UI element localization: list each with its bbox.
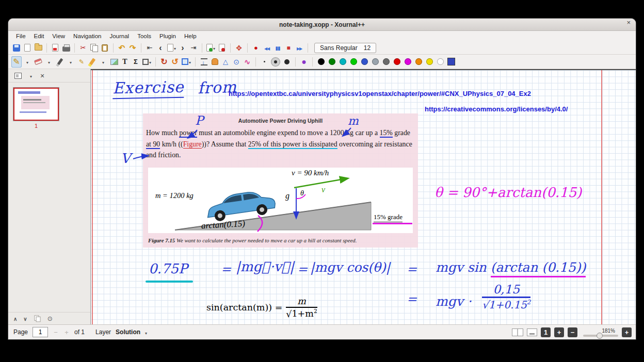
window-close-button[interactable] <box>626 19 631 26</box>
pen-tool-button[interactable] <box>11 56 22 68</box>
statusbar-plus-button[interactable] <box>622 327 632 337</box>
page-decrement-button[interactable] <box>53 329 59 336</box>
menu-navigation[interactable]: Navigation <box>70 32 105 40</box>
hyperlink-opentextbc[interactable]: https://opentextbc.ca/universityphysicsv… <box>229 90 531 97</box>
marker-tool-button[interactable] <box>55 56 65 68</box>
duplicate-page-icon[interactable] <box>34 316 40 322</box>
menu-view[interactable]: View <box>49 32 69 40</box>
select-region-button[interactable] <box>181 56 192 68</box>
color-swatch-red[interactable] <box>392 56 402 68</box>
record-button[interactable] <box>251 42 261 54</box>
previous-page-button[interactable] <box>155 42 166 54</box>
spline-button[interactable] <box>242 56 252 68</box>
print-button[interactable] <box>61 42 71 54</box>
vertical-space-button[interactable] <box>199 56 209 68</box>
menu-file[interactable]: File <box>12 32 29 40</box>
presentation-mode-button[interactable] <box>527 328 537 336</box>
titlebar[interactable]: note-taking.xopp - Xournal++ <box>8 19 636 31</box>
zoom-out-button[interactable] <box>568 327 577 337</box>
fullscreen-button[interactable] <box>234 42 244 54</box>
sigma-icon <box>134 58 138 65</box>
hyperlink-creativecommons[interactable]: https://creativecommons.org/licenses/by/… <box>425 105 568 113</box>
open-button[interactable] <box>33 42 43 54</box>
next-page-button[interactable] <box>178 42 188 54</box>
shape-recognizer-button[interactable] <box>159 56 169 68</box>
window-title: note-taking.xopp - Xournal++ <box>279 21 365 28</box>
fill-button[interactable] <box>299 56 309 68</box>
teal-underline <box>146 281 193 283</box>
color-swatch-magenta[interactable] <box>403 56 413 68</box>
current-color-indicator[interactable] <box>446 56 456 68</box>
color-swatch-teal[interactable] <box>337 56 348 68</box>
sidebar-close-icon[interactable] <box>40 72 44 79</box>
zoom-slider[interactable] <box>583 335 618 337</box>
pen-fine-button[interactable] <box>76 56 87 68</box>
forward-button[interactable] <box>294 42 304 54</box>
sidebar-dropdown-chevron-icon[interactable] <box>30 72 32 79</box>
size-fine-button[interactable] <box>259 56 269 68</box>
menu-plugin[interactable]: Plugin <box>156 32 180 40</box>
first-page-button[interactable] <box>144 42 155 54</box>
menu-help[interactable]: Help <box>181 32 200 40</box>
pen-options-dropdown[interactable] <box>22 56 33 68</box>
page-number-input[interactable] <box>33 327 48 337</box>
zoom-in-button[interactable] <box>554 327 564 337</box>
eraser-tool-button[interactable] <box>33 56 43 68</box>
next-thumbnail-button[interactable] <box>23 315 27 322</box>
redo-button[interactable] <box>127 42 138 54</box>
size-thick-button[interactable] <box>282 56 292 68</box>
copy-button[interactable] <box>89 42 99 54</box>
math-tex-button[interactable] <box>131 56 141 68</box>
export-pdf-button[interactable] <box>50 42 60 54</box>
cut-button[interactable] <box>78 42 88 54</box>
color-swatch-dark-gray[interactable] <box>381 56 391 68</box>
page-preview-button[interactable] <box>166 42 177 54</box>
marker-options-dropdown[interactable] <box>66 56 76 68</box>
hand-tool-button[interactable] <box>210 56 220 68</box>
eraser-options-dropdown[interactable] <box>44 56 54 68</box>
color-swatch-gray[interactable] <box>370 56 380 68</box>
highlighter-options-dropdown[interactable] <box>98 56 108 68</box>
focus-page-icon[interactable] <box>47 315 53 322</box>
page-thumbnail[interactable] <box>13 88 59 121</box>
save-button[interactable] <box>11 42 22 54</box>
highlighter-tool-button[interactable] <box>87 56 98 68</box>
zoom-slider-knob[interactable] <box>597 333 603 339</box>
zoom-original-button[interactable]: 1 <box>541 327 551 337</box>
shape-tool-button[interactable] <box>141 56 152 68</box>
previous-thumbnail-button[interactable] <box>13 315 17 322</box>
dual-page-view-button[interactable] <box>512 328 523 336</box>
page-panel-icon[interactable] <box>14 73 22 79</box>
compass-button[interactable] <box>231 56 242 68</box>
setsquare-button[interactable] <box>220 56 231 68</box>
font-selector-button[interactable]: Sans Regular 12 <box>314 43 376 53</box>
color-swatch-black[interactable] <box>316 56 326 68</box>
last-page-button[interactable] <box>188 42 199 54</box>
pause-button[interactable] <box>272 42 283 54</box>
menu-edit[interactable]: Edit <box>30 32 48 40</box>
undo-button[interactable] <box>117 42 127 54</box>
paste-button[interactable] <box>100 42 110 54</box>
new-document-button[interactable] <box>22 42 33 54</box>
layer-select-value[interactable]: Solution <box>116 328 140 336</box>
menu-tools[interactable]: Tools <box>134 32 155 40</box>
rewind-button[interactable] <box>262 42 272 54</box>
color-swatch-yellow[interactable] <box>424 56 434 68</box>
insert-image-button[interactable] <box>109 56 119 68</box>
stop-button[interactable] <box>283 42 294 54</box>
text-tool-button[interactable] <box>120 56 130 68</box>
page-increment-button[interactable] <box>63 329 70 336</box>
layer-dropdown-chevron-icon[interactable] <box>145 329 147 336</box>
color-swatch-blue[interactable] <box>359 56 369 68</box>
color-swatch-green[interactable] <box>327 56 337 68</box>
size-medium-button[interactable] <box>270 56 281 68</box>
figure-link[interactable]: Figure <box>183 140 202 149</box>
delete-page-button[interactable] <box>217 42 227 54</box>
color-swatch-orange[interactable] <box>413 56 424 68</box>
document-canvas[interactable]: Exercise from https://opentextbc.ca/univ… <box>91 69 636 324</box>
menu-journal[interactable]: Journal <box>106 32 133 40</box>
color-swatch-light-green[interactable] <box>348 56 359 68</box>
add-page-button[interactable] <box>205 42 216 54</box>
color-swatch-white[interactable] <box>435 56 445 68</box>
rotation-snap-button[interactable] <box>170 56 180 68</box>
